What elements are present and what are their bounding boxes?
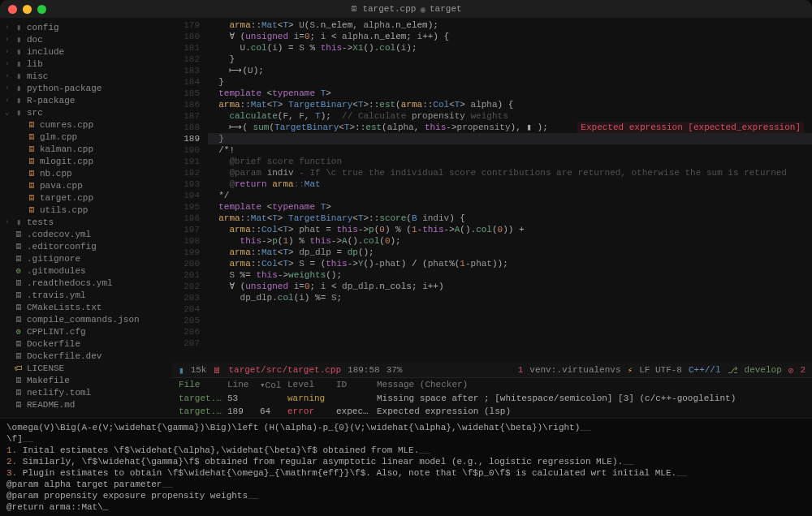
code-line[interactable]: template <typename T> [208, 88, 812, 99]
tree-item[interactable]: 🗏Makefile [0, 374, 172, 386]
tree-item-label: Makefile [27, 376, 70, 385]
ch-line: 189 [227, 406, 260, 416]
checker-row[interactable]: target.…18964errorexpec…Expected express… [172, 405, 812, 418]
tree-item[interactable]: ›▮python-package [0, 82, 172, 94]
code-line[interactable]: @brief score function [208, 156, 812, 167]
code-line[interactable]: } [208, 76, 812, 88]
tree-item[interactable]: ›▮doc [0, 33, 172, 45]
tree-item-label: compile_commands.json [27, 315, 140, 325]
code-line[interactable]: /*! [208, 144, 812, 156]
tree-item[interactable]: 🗏.readthedocs.yml [0, 277, 172, 289]
code-line[interactable]: } [208, 54, 812, 65]
minimize-icon[interactable] [23, 5, 32, 14]
checker-panel[interactable]: File Line ▾Col Level ID Message (Checker… [172, 377, 812, 418]
folder-icon: ▮ [13, 217, 24, 227]
tree-item[interactable]: ›▮config [0, 21, 172, 33]
chevron-icon: › [5, 84, 13, 92]
line-number: 183 [172, 65, 200, 76]
cpp-icon: 🗏 [26, 144, 37, 154]
line-number: 190 [172, 144, 200, 156]
txt-icon: 🗏 [13, 388, 24, 398]
txt-icon: 🗏 [13, 315, 24, 325]
status-issue-count[interactable]: 1 [518, 365, 524, 375]
code-line[interactable]: arma::Mat<T> TargetBinary<T>::est(arma::… [208, 99, 812, 110]
tree-item[interactable]: ›▮include [0, 45, 172, 58]
code-line[interactable]: ∀ (unsigned i=0; i < alpha.n_elem; i++) … [208, 31, 812, 42]
code-line[interactable]: arma::Col<T> S = (this->Y()-phat) / (pha… [208, 258, 812, 269]
code-line[interactable]: ∀ (unsigned i=0; i < dp_dlp.n_cols; i++) [208, 281, 812, 292]
tree-item-label: glm.cpp [40, 132, 77, 142]
tree-item-label: netlify.toml [27, 388, 91, 398]
tree-item[interactable]: 🗏README.md [0, 398, 172, 411]
code-line[interactable]: arma::Mat<T> dp_dlp = dp(); [208, 247, 812, 258]
ch-line: 53 [227, 393, 260, 403]
status-lang: C++//l [689, 365, 721, 375]
tree-item-label: R-package [27, 96, 75, 105]
code-line[interactable]: this->p(1) % this->A().col(0); [208, 235, 812, 247]
line-number: 198 [172, 235, 200, 247]
tree-item[interactable]: 🗏target.cpp [0, 191, 172, 204]
tree-item[interactable]: 🗏.codecov.yml [0, 228, 172, 240]
line-number: 189 [172, 133, 200, 144]
code-line[interactable]: @return arma::Mat [208, 178, 812, 190]
tree-item[interactable]: ⌄▮src [0, 106, 172, 118]
tree-item[interactable]: ›▮lib [0, 58, 172, 70]
tree-item[interactable]: 🗏.gitignore [0, 252, 172, 264]
tree-item[interactable]: ⚙CPPLINT.cfg [0, 325, 172, 338]
tree-item[interactable]: ›▮R-package [0, 94, 172, 106]
tree-item[interactable]: 🗏glm.cpp [0, 131, 172, 143]
status-branch[interactable]: develop [745, 365, 782, 375]
tree-item[interactable]: ›▮misc [0, 70, 172, 82]
cpp-icon: 🗏 [26, 169, 37, 178]
tree-item[interactable]: 🗏compile_commands.json [0, 313, 172, 325]
ch-level: warning [287, 393, 336, 403]
zoom-icon[interactable] [37, 5, 46, 14]
doc-panel: \omega(V)\Big(A-e(V;\widehat{\gamma})\Bi… [0, 418, 812, 516]
tree-item[interactable]: 🗏.editorconfig [0, 240, 172, 252]
cpp-icon: 🗏 [26, 181, 37, 191]
tree-item-label: kalman.cpp [40, 144, 93, 154]
line-number: 202 [172, 281, 200, 292]
tree-item[interactable]: 🗏cumres.cpp [0, 118, 172, 131]
tree-item[interactable]: 🗏Dockerfile [0, 338, 172, 350]
code-line[interactable]: arma::Col<T> phat = this->p(0) % (1-this… [208, 224, 812, 235]
tree-item[interactable]: 🗏netlify.toml [0, 386, 172, 398]
title-center: 🗏 target.cpp ◉ target [350, 4, 461, 15]
code-line[interactable]: ⟼(U); [208, 65, 812, 76]
branch-icon: ⎇ [728, 365, 738, 376]
forbidden-icon: ⊘ [788, 365, 794, 376]
file-explorer[interactable]: ›▮config›▮doc›▮include›▮lib›▮misc›▮pytho… [0, 18, 172, 418]
code-line[interactable]: calculate(F, F, T); // Calculate propens… [208, 110, 812, 122]
tree-item[interactable]: 🗏CMakeLists.txt [0, 301, 172, 313]
folder-icon: ▮ [13, 108, 24, 118]
code-line[interactable]: */ [208, 190, 812, 201]
code-lines[interactable]: arma::Mat<T> U(S.n_elem, alpha.n_elem); … [208, 18, 812, 363]
tree-item[interactable]: 🗏.travis.yml [0, 289, 172, 301]
status-percent: 37% [387, 365, 403, 375]
tree-item[interactable]: 🗏mlogit.cpp [0, 155, 172, 167]
cpp-icon: 🗏 [26, 132, 37, 142]
checker-row[interactable]: target.…53warningMissing space after ; [… [172, 392, 812, 405]
tree-item[interactable]: 🏷LICENSE [0, 362, 172, 374]
tree-item[interactable]: 🗏utils.cpp [0, 204, 172, 216]
tree-item[interactable]: ›▮tests [0, 216, 172, 228]
tree-item[interactable]: ⚙.gitmodules [0, 264, 172, 277]
code-line[interactable]: @param indiv - If \c true the individual… [208, 167, 812, 178]
tree-item[interactable]: 🗏kalman.cpp [0, 143, 172, 155]
tree-item[interactable]: 🗏Dockerfile.dev [0, 350, 172, 362]
status-venv: venv:.virtualenvs [529, 365, 620, 375]
cpp-icon: 🗏 [26, 205, 37, 215]
code-line[interactable]: arma::Mat<T> U(S.n_elem, alpha.n_elem); [208, 19, 812, 31]
close-icon[interactable] [8, 5, 17, 14]
line-number: 192 [172, 167, 200, 178]
code-line[interactable]: S %= this->weights(); [208, 269, 812, 281]
code-line[interactable]: U.col(i) = S % this->X1().col(i); [208, 42, 812, 54]
tree-item[interactable]: 🗏nb.cpp [0, 167, 172, 179]
code-line[interactable]: template <typename T> [208, 201, 812, 213]
code-line[interactable]: arma::Mat<T> TargetBinary<T>::score(B in… [208, 213, 812, 224]
tree-item-label: .travis.yml [27, 290, 86, 300]
folder-icon: ▮ [13, 47, 24, 57]
tree-item[interactable]: 🗏pava.cpp [0, 179, 172, 191]
code-line[interactable]: dp_dlp.col(i) %= S; [208, 292, 812, 303]
code-area[interactable]: 1791801811821831841851861871881891901911… [172, 18, 812, 363]
